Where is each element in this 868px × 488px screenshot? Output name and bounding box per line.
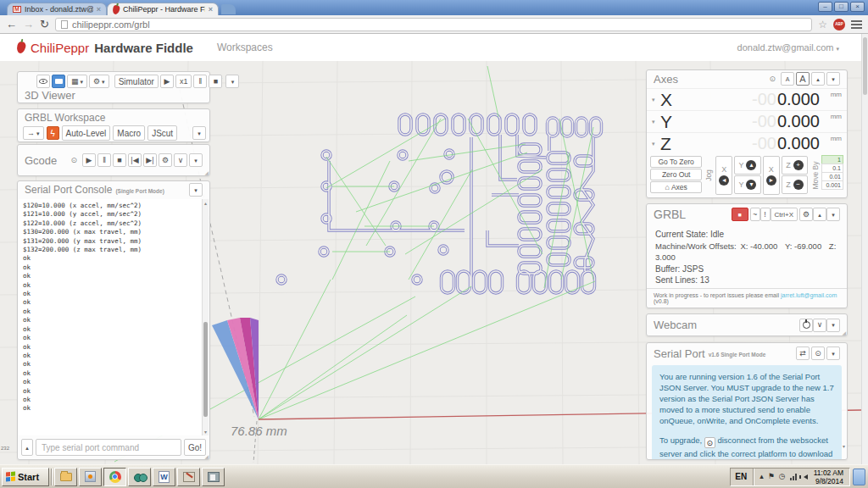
resize-handle[interactable]: ◢ xyxy=(842,330,846,336)
sim-speed-button[interactable]: x1 xyxy=(175,75,192,88)
email-link[interactable]: jarret.luft@gmail.com xyxy=(781,292,837,298)
fiddle-bolt-button[interactable]: ϟ xyxy=(47,126,59,140)
console-dropdown-button[interactable]: ▾ xyxy=(189,183,203,197)
network-icon[interactable] xyxy=(790,474,797,480)
serial-dropdown-button[interactable]: ▾ xyxy=(826,347,840,360)
console-scrollbar[interactable]: ▴ ▾ xyxy=(202,199,209,435)
viewer-dropdown-button[interactable]: ▾ xyxy=(225,75,239,88)
grbl-hold-button[interactable]: ! xyxy=(760,208,771,221)
url-text[interactable]: chilipeppr.com/grbl xyxy=(72,19,150,30)
axis-row[interactable]: ▾ Y -00 0.000 mm xyxy=(647,110,847,132)
scrollbar-thumb[interactable] xyxy=(203,322,208,417)
grbl-settings-button[interactable]: ⚙ xyxy=(799,208,813,221)
maximize-button[interactable]: □ xyxy=(834,2,849,12)
tab-close-icon[interactable]: × xyxy=(209,5,213,14)
page-scrollbar[interactable] xyxy=(861,34,868,464)
brand-name[interactable]: ChiliPeppr xyxy=(31,41,89,55)
update-clock-icon[interactable]: ◷ xyxy=(779,473,786,480)
taskbar-photo-tool-button[interactable] xyxy=(128,468,151,486)
taskbar-explorer-button[interactable] xyxy=(54,468,77,486)
nav-workspaces[interactable]: Workspaces xyxy=(217,42,273,53)
window-titlebar[interactable]: M Inbox - donald.ztw@gmail.c... × ChiliP… xyxy=(0,0,868,15)
adblock-icon[interactable]: ABP xyxy=(833,19,845,30)
auto-level-button[interactable]: Auto-Level xyxy=(62,125,111,141)
language-indicator[interactable]: EN xyxy=(735,472,747,481)
show-shadow-button[interactable] xyxy=(36,75,50,88)
axis-row[interactable]: ▾ Z -00 0.000 mm xyxy=(647,132,847,154)
webcam-power-button[interactable] xyxy=(799,319,813,332)
taskbar-word-button[interactable] xyxy=(153,468,175,486)
font-large-button[interactable]: A xyxy=(796,72,810,86)
minimize-button[interactable]: – xyxy=(818,2,832,12)
resize-handle[interactable]: ◢ xyxy=(204,170,209,175)
scroll-down-icon[interactable]: ▾ xyxy=(203,429,209,435)
goto-zero-button[interactable]: Go To Zero xyxy=(650,156,702,168)
grbl-stop-button[interactable]: ■ xyxy=(732,208,748,221)
gcode-dropdown-button[interactable]: ▾ xyxy=(189,153,203,167)
chevron-down-icon[interactable]: ▾ xyxy=(652,97,660,103)
resize-handle[interactable]: ◢ xyxy=(204,454,209,459)
jscut-button[interactable]: JScut xyxy=(147,125,177,141)
bookmark-star-icon[interactable]: ☆ xyxy=(818,19,827,30)
taskbar-media-player-button[interactable] xyxy=(79,468,102,486)
grid-menu-button[interactable]: ▦▾ xyxy=(67,75,87,88)
scroll-up-icon[interactable]: ▴ xyxy=(203,200,209,206)
sim-stop-button[interactable]: ■ xyxy=(209,75,222,88)
jog-z-minus-button[interactable]: Z− xyxy=(782,175,809,194)
axes-collapse-button[interactable]: ▴ xyxy=(811,72,825,86)
gcode-goto-end-button[interactable]: ▶| xyxy=(143,153,157,167)
units-menu-button[interactable]: →▾ xyxy=(23,126,44,140)
chevron-down-icon[interactable]: ▾ xyxy=(652,141,660,147)
chevron-down-icon[interactable]: ▾ xyxy=(652,119,660,125)
axes-home-button[interactable]: ⌂Axes xyxy=(650,181,702,193)
forward-icon[interactable]: → xyxy=(23,19,34,30)
tray-expand-icon[interactable]: ▴ xyxy=(760,473,764,480)
zero-out-button[interactable]: Zero Out xyxy=(650,169,702,180)
font-small-button[interactable]: A xyxy=(781,72,794,86)
new-tab-button[interactable] xyxy=(221,4,236,14)
workspace-dropdown-button[interactable]: ▾ xyxy=(192,126,206,140)
reload-icon[interactable]: ↻ xyxy=(40,19,49,30)
close-button[interactable]: × xyxy=(850,2,865,12)
clock-icon[interactable]: ⊙ xyxy=(70,157,77,164)
move-by-option-0001[interactable]: 0.001 xyxy=(821,180,843,190)
address-bar[interactable]: chilipeppr.com/grbl xyxy=(55,18,812,31)
simulator-button[interactable]: Simulator xyxy=(114,75,159,88)
action-center-flag-icon[interactable]: ⚑ xyxy=(768,473,775,480)
tab-close-icon[interactable]: × xyxy=(97,5,101,14)
start-button[interactable]: Start xyxy=(2,468,49,486)
show-desktop-button[interactable] xyxy=(853,469,865,485)
send-command-button[interactable]: Go! xyxy=(184,439,206,456)
serial-disconnect-button[interactable]: ⊙ xyxy=(811,347,825,360)
tray-clock[interactable]: 11:02 AM 9/8/2014 xyxy=(812,469,845,485)
webcam-collapse-button[interactable]: ∨ xyxy=(813,319,826,332)
tab-chilipeppr[interactable]: ChiliPeppr - Hardware Fiddle × xyxy=(107,3,219,15)
gcode-stop-button[interactable]: ■ xyxy=(113,153,126,167)
scrollbar-thumb[interactable] xyxy=(863,37,867,95)
jog-x-minus-button[interactable]: X◂ xyxy=(715,156,732,195)
back-icon[interactable]: ← xyxy=(6,19,17,30)
axis-row[interactable]: ▾ X -00 0.000 mm xyxy=(647,88,847,110)
grbl-dropdown-button[interactable]: ▾ xyxy=(826,208,840,221)
scroll-down-icon[interactable]: ▾ xyxy=(843,443,845,449)
volume-icon[interactable] xyxy=(801,474,808,480)
sim-play-button[interactable]: ▶ xyxy=(160,75,174,88)
taskbar-viewer-button[interactable] xyxy=(202,468,225,486)
clock-icon[interactable]: ⊙ xyxy=(769,75,776,83)
grbl-resume-button[interactable]: ~ xyxy=(750,208,760,221)
camera-button[interactable] xyxy=(52,75,65,88)
jog-y-plus-button[interactable]: Y▴ xyxy=(734,156,761,175)
browser-menu-icon[interactable] xyxy=(851,20,862,29)
taskbar-chrome-button[interactable] xyxy=(103,468,126,486)
gcode-collapse-button[interactable]: ∨ xyxy=(174,153,187,167)
gcode-play-button[interactable]: ▶ xyxy=(82,153,96,167)
sim-pause-button[interactable]: ‖ xyxy=(193,75,207,88)
console-expand-button[interactable]: ▴ xyxy=(21,439,33,456)
grbl-collapse-button[interactable]: ▴ xyxy=(813,208,826,221)
disconnect-inline-button[interactable]: ⊙ xyxy=(704,437,715,448)
webcam-dropdown-button[interactable]: ▾ xyxy=(826,319,840,332)
gcode-pause-button[interactable]: ‖ xyxy=(97,153,111,167)
axes-dropdown-button[interactable]: ▾ xyxy=(826,72,840,86)
serial-refresh-button[interactable]: ⇄ xyxy=(796,347,810,360)
account-menu[interactable]: donald.ztw@gmail.com ▾ xyxy=(737,42,839,53)
